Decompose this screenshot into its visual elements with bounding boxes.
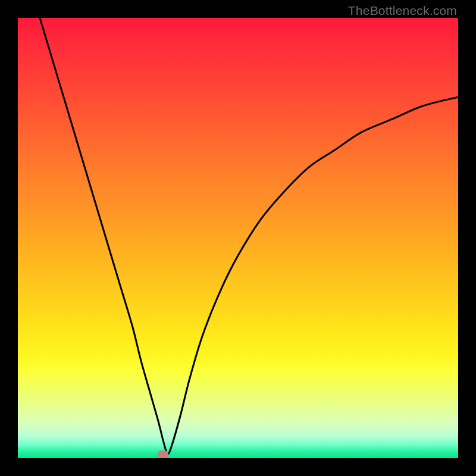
plot-area [18, 18, 458, 458]
optimum-marker [158, 450, 168, 458]
attribution-text: TheBottleneck.com [348, 4, 457, 18]
chart-frame: TheBottleneck.com [0, 0, 476, 476]
bottleneck-curve [18, 18, 458, 458]
